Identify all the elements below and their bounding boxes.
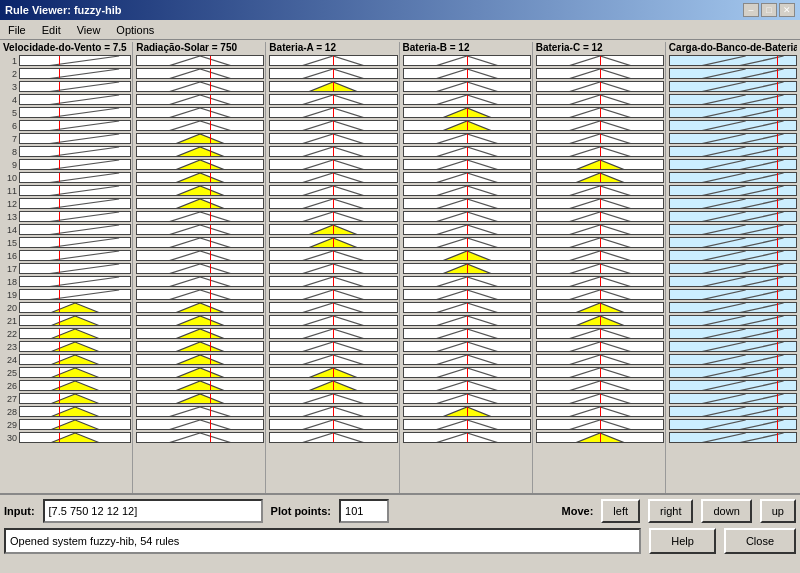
mini-plot[interactable] xyxy=(269,341,397,352)
mini-plot[interactable] xyxy=(536,172,664,183)
mini-plot[interactable] xyxy=(19,302,131,313)
mini-plot[interactable] xyxy=(136,198,264,209)
mini-plot[interactable] xyxy=(403,289,531,300)
mini-plot[interactable] xyxy=(403,159,531,170)
mini-plot[interactable] xyxy=(269,94,397,105)
mini-plot[interactable] xyxy=(403,393,531,404)
mini-plot[interactable] xyxy=(403,211,531,222)
mini-plot[interactable] xyxy=(669,315,797,326)
mini-plot[interactable] xyxy=(136,302,264,313)
mini-plot[interactable] xyxy=(136,354,264,365)
mini-plot[interactable] xyxy=(536,146,664,157)
mini-plot[interactable] xyxy=(19,120,131,131)
mini-plot[interactable] xyxy=(269,302,397,313)
mini-plot[interactable] xyxy=(536,237,664,248)
move-right-button[interactable]: right xyxy=(648,499,693,523)
mini-plot[interactable] xyxy=(19,328,131,339)
mini-plot[interactable] xyxy=(19,81,131,92)
mini-plot[interactable] xyxy=(403,198,531,209)
mini-plot[interactable] xyxy=(19,224,131,235)
mini-plot[interactable] xyxy=(403,250,531,261)
mini-plot[interactable] xyxy=(669,94,797,105)
mini-plot[interactable] xyxy=(403,367,531,378)
mini-plot[interactable] xyxy=(403,432,531,443)
mini-plot[interactable] xyxy=(19,159,131,170)
mini-plot[interactable] xyxy=(19,55,131,66)
move-left-button[interactable]: left xyxy=(601,499,640,523)
mini-plot[interactable] xyxy=(669,198,797,209)
mini-plot[interactable] xyxy=(269,172,397,183)
mini-plot[interactable] xyxy=(669,55,797,66)
mini-plot[interactable] xyxy=(403,133,531,144)
mini-plot[interactable] xyxy=(19,341,131,352)
mini-plot[interactable] xyxy=(269,419,397,430)
mini-plot[interactable] xyxy=(269,133,397,144)
menu-view[interactable]: View xyxy=(73,23,105,37)
mini-plot[interactable] xyxy=(269,263,397,274)
mini-plot[interactable] xyxy=(136,250,264,261)
mini-plot[interactable] xyxy=(19,237,131,248)
mini-plot[interactable] xyxy=(536,276,664,287)
mini-plot[interactable] xyxy=(536,393,664,404)
mini-plot[interactable] xyxy=(269,367,397,378)
mini-plot[interactable] xyxy=(269,159,397,170)
mini-plot[interactable] xyxy=(403,328,531,339)
mini-plot[interactable] xyxy=(19,68,131,79)
mini-plot[interactable] xyxy=(536,224,664,235)
mini-plot[interactable] xyxy=(669,302,797,313)
mini-plot[interactable] xyxy=(403,237,531,248)
menu-options[interactable]: Options xyxy=(112,23,158,37)
mini-plot[interactable] xyxy=(269,315,397,326)
mini-plot[interactable] xyxy=(403,354,531,365)
mini-plot[interactable] xyxy=(136,172,264,183)
mini-plot[interactable] xyxy=(536,380,664,391)
mini-plot[interactable] xyxy=(19,250,131,261)
mini-plot[interactable] xyxy=(136,328,264,339)
minimize-button[interactable]: – xyxy=(743,3,759,17)
mini-plot[interactable] xyxy=(19,380,131,391)
mini-plot[interactable] xyxy=(269,380,397,391)
mini-plot[interactable] xyxy=(19,276,131,287)
mini-plot[interactable] xyxy=(269,354,397,365)
mini-plot[interactable] xyxy=(536,354,664,365)
mini-plot[interactable] xyxy=(403,185,531,196)
mini-plot[interactable] xyxy=(136,263,264,274)
mini-plot[interactable] xyxy=(136,185,264,196)
mini-plot[interactable] xyxy=(403,276,531,287)
mini-plot[interactable] xyxy=(269,120,397,131)
mini-plot[interactable] xyxy=(669,406,797,417)
mini-plot[interactable] xyxy=(19,263,131,274)
mini-plot[interactable] xyxy=(536,81,664,92)
mini-plot[interactable] xyxy=(269,393,397,404)
mini-plot[interactable] xyxy=(536,406,664,417)
mini-plot[interactable] xyxy=(269,276,397,287)
mini-plot[interactable] xyxy=(403,315,531,326)
mini-plot[interactable] xyxy=(536,211,664,222)
mini-plot[interactable] xyxy=(669,354,797,365)
mini-plot[interactable] xyxy=(536,159,664,170)
mini-plot[interactable] xyxy=(269,211,397,222)
mini-plot[interactable] xyxy=(19,107,131,118)
mini-plot[interactable] xyxy=(269,68,397,79)
mini-plot[interactable] xyxy=(269,237,397,248)
mini-plot[interactable] xyxy=(669,328,797,339)
mini-plot[interactable] xyxy=(403,55,531,66)
mini-plot[interactable] xyxy=(403,146,531,157)
mini-plot[interactable] xyxy=(19,211,131,222)
move-up-button[interactable]: up xyxy=(760,499,796,523)
mini-plot[interactable] xyxy=(403,341,531,352)
mini-plot[interactable] xyxy=(669,120,797,131)
mini-plot[interactable] xyxy=(536,263,664,274)
mini-plot[interactable] xyxy=(403,68,531,79)
mini-plot[interactable] xyxy=(536,315,664,326)
mini-plot[interactable] xyxy=(536,289,664,300)
mini-plot[interactable] xyxy=(136,81,264,92)
mini-plot[interactable] xyxy=(136,419,264,430)
mini-plot[interactable] xyxy=(536,55,664,66)
mini-plot[interactable] xyxy=(669,211,797,222)
mini-plot[interactable] xyxy=(536,250,664,261)
mini-plot[interactable] xyxy=(136,224,264,235)
mini-plot[interactable] xyxy=(669,419,797,430)
mini-plot[interactable] xyxy=(269,432,397,443)
mini-plot[interactable] xyxy=(136,120,264,131)
